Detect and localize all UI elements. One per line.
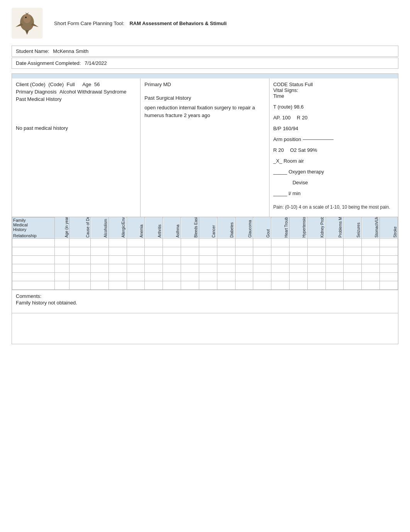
tool-label: Short Form Care Planning Tool:: [54, 20, 124, 26]
fmh-data-cell: [199, 255, 217, 264]
client-info-cell: Client (Code) (Code) Full Age 56 Primary…: [12, 78, 141, 217]
fmh-col-seizures-header: Seizures: [344, 217, 362, 238]
fmh-data-cell: [12, 247, 55, 255]
fmh-data-cell: [362, 264, 380, 272]
fmh-data-cell: [127, 255, 145, 264]
fmh-data-cell: [271, 281, 290, 289]
fmh-data-cell: [199, 272, 217, 281]
fmh-data-cell: [289, 281, 307, 289]
fmh-data-cell: [55, 272, 69, 281]
fmh-data-cell: [108, 264, 127, 272]
fmh-data-cell: [181, 238, 199, 247]
svg-point-2: [23, 14, 31, 23]
fmh-col-cancer-header: Cancer: [199, 217, 217, 238]
fmh-data-cell: [199, 247, 217, 255]
fmh-data-cell: [163, 272, 181, 281]
fmh-data-cell: [271, 272, 290, 281]
fmh-col-cause-header: Cause of Death (if applicable): [69, 217, 91, 238]
fmh-data-cell: [235, 247, 253, 255]
past-medical-history-value: No past medical history: [16, 125, 68, 131]
fmh-body: [12, 238, 398, 289]
temp-value: 98.6: [294, 102, 303, 112]
fmh-data-cell: [307, 264, 325, 272]
fmh-data-cell: [307, 247, 325, 255]
temp-label: T (route): [273, 102, 293, 112]
fmh-col-family-header: FamilyMedicalHistory Relationship: [12, 217, 55, 238]
fmh-data-cell: [69, 272, 91, 281]
fmh-data-cell: [253, 281, 271, 289]
fmh-data-cell: [91, 255, 109, 264]
fmh-data-cell: [289, 264, 307, 272]
fmh-data-cell: [235, 281, 253, 289]
md-header: [141, 75, 269, 77]
fmh-data-cell: [289, 272, 307, 281]
fmh-col-heart-header: Heart Trouble: [271, 217, 290, 238]
r-value: 20: [302, 113, 307, 123]
header-text: Short Form Care Planning Tool: RAM Asses…: [54, 20, 227, 26]
fmh-data-cell: [55, 281, 69, 289]
code-header: [269, 75, 398, 77]
fmh-data-cell: [217, 272, 235, 281]
fmh-data-cell: [199, 264, 217, 272]
fmh-data-cell: [91, 238, 109, 247]
fmh-data-cell: [181, 255, 199, 264]
fmh-col-arthritis-header: Arthritis: [145, 217, 163, 238]
primary-diagnosis-value: Alcohol Withdrawal Syndrome: [59, 89, 126, 95]
comments-label: Comments:: [16, 293, 394, 299]
primary-md-label: Primary MD: [144, 82, 265, 87]
fmh-data-cell: [108, 272, 127, 281]
fmh-data-cell: [69, 281, 91, 289]
o2sat-value: 99%: [307, 145, 317, 155]
code-status-cell: CODE Status Full Vital Signs: Time T (ro…: [269, 78, 398, 217]
table-row: [12, 247, 398, 255]
fmh-data-cell: [199, 238, 217, 247]
fmh-data-cell: [163, 255, 181, 264]
fmh-data-cell: [55, 247, 69, 255]
tool-name: RAM Assessment of Behaviors & Stimuli: [129, 20, 227, 26]
oxygen-therapy-label: _____ Oxygen therapy: [273, 167, 324, 177]
fmh-data-cell: [91, 264, 109, 272]
fmh-data-cell: [344, 272, 362, 281]
fmh-data-cell: [55, 238, 69, 247]
fmh-col-stomach-header: Stomach/Ulcer: [362, 217, 380, 238]
l-min-label: _____ l/ min: [273, 189, 301, 199]
fmh-data-cell: [253, 272, 271, 281]
table-row: [12, 238, 398, 247]
family-history-label: FamilyMedicalHistory: [13, 218, 54, 232]
fmh-data-cell: [217, 255, 235, 264]
fmh-data-cell: [325, 247, 344, 255]
fmh-data-cell: [235, 272, 253, 281]
fmh-data-cell: [289, 238, 307, 247]
fmh-data-cell: [325, 255, 344, 264]
fmh-data-cell: [145, 264, 163, 272]
table-row: [12, 255, 398, 264]
fmh-data-cell: [235, 264, 253, 272]
past-surgical-label: Past Surgical History: [144, 95, 265, 101]
past-medical-history-label-line: Past Medical History: [16, 96, 136, 102]
comments-section: Comments: Family history not obtained.: [12, 290, 398, 313]
o2sat-label: O2 Sat: [290, 145, 305, 155]
fmh-data-cell: [91, 247, 109, 255]
fmh-data-cell: [271, 264, 290, 272]
fmh-data-cell: [380, 264, 398, 272]
fmh-data-cell: [271, 247, 290, 255]
fmh-data-cell: [127, 264, 145, 272]
room-air-label: _X_ Room air: [273, 156, 304, 166]
time-label: Time: [273, 93, 394, 99]
fmh-data-cell: [163, 264, 181, 272]
fmh-data-cell: [108, 255, 127, 264]
date-label: Date Assignment Completed:: [16, 60, 81, 66]
r2-label: R 20: [273, 145, 284, 155]
fmh-data-cell: [163, 238, 181, 247]
fmh-col-stroke-header: Stroke: [380, 217, 398, 238]
fmh-data-cell: [271, 238, 290, 247]
vitals-block: T (route) 98.6 AP. 100 R 20 B/P 160/94 A…: [273, 102, 394, 199]
fmh-data-cell: [127, 272, 145, 281]
fmh-data-cell: [145, 272, 163, 281]
info-header: [12, 73, 398, 78]
room-air-line: _X_ Room air: [273, 156, 394, 166]
fmh-data-cell: [145, 255, 163, 264]
fmh-col-diabetes-header: Diabetes: [217, 217, 235, 238]
fmh-data-cell: [362, 272, 380, 281]
fmh-col-hypertension-header: Hypertension: [289, 217, 307, 238]
